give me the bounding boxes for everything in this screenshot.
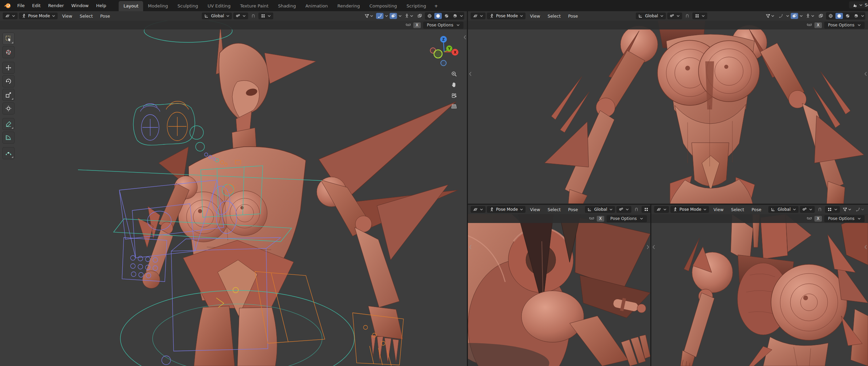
show-overlays-toggle[interactable]: [791, 13, 798, 19]
menu-view[interactable]: View: [710, 207, 727, 212]
pivot-point-selector[interactable]: [616, 206, 631, 213]
mode-selector[interactable]: Pose Mode: [670, 206, 709, 213]
editor-type-button[interactable]: [471, 13, 486, 19]
snap-settings[interactable]: [825, 206, 840, 213]
snap-settings[interactable]: [642, 206, 650, 213]
mirror-x-toggle[interactable]: X: [814, 22, 822, 28]
snap-settings[interactable]: [258, 13, 273, 19]
chevron-down-icon[interactable]: [460, 15, 463, 17]
mode-selector[interactable]: Pose Mode: [487, 206, 526, 213]
region-collapse-arrow[interactable]: [864, 72, 867, 76]
scene-selector[interactable]: Scene: [849, 1, 868, 8]
menu-edit[interactable]: Edit: [28, 3, 44, 8]
tool-rotate[interactable]: [2, 75, 15, 87]
snap-toggle[interactable]: [684, 13, 691, 19]
tab-shading[interactable]: Shading: [273, 1, 301, 11]
axis-neg-z-ball[interactable]: [441, 60, 446, 66]
chevron-down-icon[interactable]: [786, 15, 789, 17]
tool-move[interactable]: [2, 62, 15, 74]
blender-logo-icon[interactable]: [3, 3, 12, 9]
show-overlays-toggle[interactable]: [390, 13, 397, 19]
show-gizmo-toggle[interactable]: [777, 13, 785, 19]
region-collapse-arrow[interactable]: [652, 245, 655, 249]
tab-scripting[interactable]: Scripting: [402, 1, 431, 11]
viewport-bottom-right[interactable]: Pose Mode View Select Pose Global: [651, 205, 868, 366]
tab-layout[interactable]: Layout: [119, 1, 143, 11]
mirror-x-toggle[interactable]: X: [597, 216, 604, 222]
region-collapse-arrow[interactable]: [469, 72, 472, 76]
viewport-canvas[interactable]: [468, 21, 868, 204]
orientation-selector[interactable]: Global: [202, 13, 232, 19]
pivot-point-selector[interactable]: [233, 13, 248, 19]
tab-modeling[interactable]: Modeling: [143, 1, 173, 11]
snap-toggle[interactable]: [816, 206, 824, 212]
editor-type-button[interactable]: [3, 13, 18, 19]
camera-view-icon[interactable]: [452, 94, 456, 98]
viewport-main[interactable]: Pose Mode View Select Pose Global: [0, 11, 467, 366]
pose-options-dropdown[interactable]: Pose Options: [607, 215, 647, 222]
tab-rendering[interactable]: Rendering: [333, 1, 364, 11]
menu-pose[interactable]: Pose: [97, 14, 113, 19]
tab-animation[interactable]: Animation: [301, 1, 333, 11]
pose-options-dropdown[interactable]: Pose Options: [423, 22, 463, 29]
chevron-down-icon[interactable]: [385, 15, 388, 17]
shading-solid-button[interactable]: [835, 13, 843, 19]
viewport-top-right[interactable]: Pose Mode View Select Pose Global: [468, 11, 868, 204]
add-workspace-button[interactable]: +: [431, 1, 441, 11]
tool-transform[interactable]: [2, 102, 15, 115]
grid-ortho-icon[interactable]: [452, 105, 456, 108]
pivot-point-selector[interactable]: [667, 13, 682, 19]
zoom-icon[interactable]: [452, 72, 456, 76]
tab-sculpting[interactable]: Sculpting: [173, 1, 203, 11]
shading-wireframe-button[interactable]: [426, 13, 433, 19]
tool-cursor[interactable]: [2, 46, 15, 58]
tool-measure[interactable]: [2, 131, 15, 144]
menu-file[interactable]: File: [14, 3, 28, 8]
mirror-x-toggle[interactable]: X: [814, 216, 822, 222]
navigation-gizmo[interactable]: Z Y X: [425, 23, 465, 111]
xray-toggle[interactable]: [817, 13, 825, 19]
pose-options-dropdown[interactable]: Pose Options: [824, 22, 865, 29]
menu-pose[interactable]: Pose: [565, 207, 581, 212]
snap-settings[interactable]: [692, 13, 707, 19]
viewport-canvas[interactable]: [651, 214, 868, 366]
menu-view[interactable]: View: [59, 14, 75, 19]
mirror-x-toggle[interactable]: X: [413, 22, 421, 28]
pivot-point-selector[interactable]: [800, 206, 815, 213]
menu-pose[interactable]: Pose: [565, 14, 581, 19]
xray-pose-toggle[interactable]: [403, 13, 415, 19]
menu-select[interactable]: Select: [545, 207, 564, 212]
mode-selector[interactable]: Pose Mode: [19, 13, 58, 19]
object-visibility-filter[interactable]: [764, 13, 776, 19]
shading-solid-button[interactable]: [434, 13, 442, 19]
snap-toggle[interactable]: [633, 206, 640, 212]
axis-neg-y-ball[interactable]: [434, 50, 442, 58]
menu-pose[interactable]: Pose: [749, 207, 765, 212]
object-visibility-filter[interactable]: [841, 206, 853, 212]
viewport-canvas[interactable]: Z Y X: [0, 21, 467, 366]
mode-selector[interactable]: Pose Mode: [487, 13, 526, 19]
viewport-canvas[interactable]: [468, 214, 650, 366]
editor-type-button[interactable]: [654, 206, 669, 213]
chevron-down-icon[interactable]: [861, 15, 864, 17]
menu-help[interactable]: Help: [93, 3, 110, 8]
chevron-down-icon[interactable]: [800, 15, 803, 17]
orientation-selector[interactable]: Global: [585, 206, 615, 213]
shading-material-button[interactable]: [844, 13, 851, 19]
shading-rendered-button[interactable]: [451, 13, 459, 19]
tool-select-box[interactable]: [2, 33, 15, 45]
show-gizmo-toggle[interactable]: [854, 206, 866, 212]
tool-pose-breakdowner[interactable]: [2, 147, 15, 159]
tool-annotate[interactable]: [2, 118, 15, 130]
shading-rendered-button[interactable]: [852, 13, 860, 19]
region-collapse-arrow[interactable]: [463, 35, 466, 40]
snap-toggle[interactable]: [250, 13, 257, 19]
tab-compositing[interactable]: Compositing: [364, 1, 402, 11]
shading-material-button[interactable]: [443, 13, 450, 19]
chevron-down-icon[interactable]: [398, 15, 402, 17]
tab-uv-editing[interactable]: UV Editing: [203, 1, 235, 11]
orientation-selector[interactable]: Global: [768, 206, 798, 213]
viewport-bottom-middle[interactable]: Pose Mode View Select Pose Global: [468, 205, 650, 366]
show-gizmo-toggle[interactable]: [376, 13, 383, 19]
editor-type-button[interactable]: [471, 206, 486, 213]
